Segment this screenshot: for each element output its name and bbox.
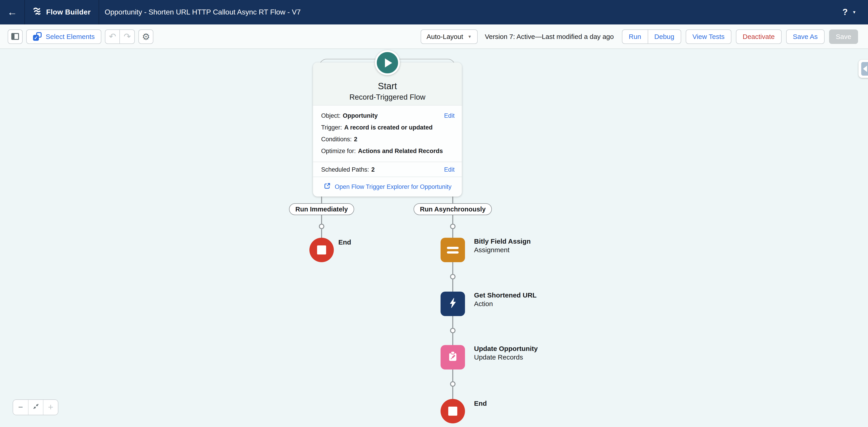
panel-toggle-icon — [11, 33, 19, 40]
view-tests-button[interactable]: View Tests — [685, 29, 731, 44]
zoom-in-button[interactable]: + — [43, 400, 58, 415]
edit-scheduled-paths-link[interactable]: Edit — [444, 166, 455, 173]
connector-line — [321, 229, 322, 238]
flow-title: Opportunity - Shorten URL HTTP Callout A… — [99, 8, 301, 16]
connector-line — [452, 197, 453, 203]
select-elements-label: Select Elements — [46, 33, 95, 40]
branch-label-run-asynchronously[interactable]: Run Asynchronously — [414, 203, 492, 215]
run-debug-group: Run Debug — [622, 29, 681, 44]
undo-redo-group: ↶ ↷ — [105, 29, 135, 44]
zoom-controls: − — [13, 399, 58, 415]
layout-mode-dropdown[interactable]: Auto-Layout ▼ — [421, 29, 478, 44]
chevron-down-icon: ▼ — [468, 34, 472, 39]
node-label-assignment: Bitly Field Assign Assignment — [474, 237, 531, 254]
redo-button[interactable]: ↷ — [120, 29, 135, 44]
connector-line — [321, 215, 322, 224]
add-element-dot[interactable] — [450, 328, 456, 333]
end-node-immediate[interactable] — [309, 238, 334, 262]
flow-builder-icon — [32, 6, 42, 18]
help-icon[interactable]: ? — [842, 7, 848, 17]
edit-trigger-link[interactable]: Edit — [444, 110, 455, 122]
node-label-end-async: End — [474, 399, 487, 407]
flow-trigger-explorer-link[interactable]: Open Flow Trigger Explorer for Opportuni… — [313, 177, 462, 196]
assignment-icon — [447, 247, 459, 253]
lightning-icon — [447, 297, 459, 311]
multi-select-icon: ✓ — [33, 32, 41, 41]
optimize-row: Optimize for:Actions and Related Records — [321, 145, 455, 157]
app-header: ← Flow Builder Opportunity - Shorten URL… — [0, 0, 868, 24]
start-title: Start — [313, 81, 462, 91]
save-as-button[interactable]: Save As — [786, 29, 825, 44]
object-row: Object:Opportunity — [321, 110, 455, 122]
right-panel-toggle[interactable] — [859, 60, 868, 78]
add-element-dot[interactable] — [450, 381, 456, 387]
app-name: Flow Builder — [46, 8, 91, 16]
scheduled-paths-row: Scheduled Paths: 2 Edit — [313, 162, 462, 177]
end-icon — [448, 407, 457, 416]
update-records-node[interactable] — [440, 345, 465, 369]
node-label-action: Get Shortened URL Action — [474, 291, 537, 308]
connector-line — [452, 229, 453, 238]
back-button[interactable]: ← — [0, 0, 24, 24]
start-node[interactable] — [375, 50, 400, 75]
deactivate-button[interactable]: Deactivate — [736, 29, 782, 44]
external-link-icon — [324, 182, 331, 191]
flow-builder-brand: Flow Builder — [25, 0, 99, 24]
compress-icon — [32, 402, 39, 412]
undo-button[interactable]: ↶ — [105, 29, 120, 44]
add-element-dot[interactable] — [450, 224, 456, 229]
node-label-end-immediate: End — [338, 238, 351, 246]
connector-line — [452, 333, 453, 345]
add-element-dot[interactable] — [450, 274, 456, 279]
save-button[interactable]: Save — [829, 29, 858, 44]
connector-line — [452, 279, 453, 292]
version-status: Version 7: Active—Last modified a day ag… — [485, 33, 614, 40]
connector-line — [321, 197, 322, 203]
branch-label-run-immediately[interactable]: Run Immediately — [289, 203, 354, 215]
add-element-dot[interactable] — [319, 224, 324, 229]
assignment-node[interactable] — [440, 238, 465, 262]
debug-button[interactable]: Debug — [648, 29, 681, 44]
action-node[interactable] — [440, 292, 465, 316]
undo-icon: ↶ — [109, 32, 116, 41]
run-button[interactable]: Run — [622, 29, 648, 44]
start-subtitle: Record-Triggered Flow — [313, 91, 462, 102]
connector-line — [452, 316, 453, 328]
start-card-details: Object:Opportunity Trigger:A record is c… — [313, 105, 462, 162]
minus-icon: − — [18, 403, 23, 412]
connector-line — [452, 369, 453, 381]
conditions-row: Conditions:2 — [321, 134, 455, 145]
play-icon — [385, 58, 392, 67]
back-arrow-icon: ← — [7, 7, 17, 17]
toggle-panel-button[interactable] — [8, 29, 23, 44]
help-caret-icon[interactable]: ▼ — [852, 10, 856, 15]
layout-mode-value: Auto-Layout — [427, 33, 463, 40]
select-elements-button[interactable]: ✓ Select Elements — [26, 29, 101, 44]
gear-icon: ⚙ — [142, 32, 150, 41]
plus-icon: + — [48, 402, 53, 412]
connector-line — [452, 387, 453, 399]
end-node-async[interactable] — [440, 399, 465, 423]
connector-line — [452, 215, 453, 224]
node-label-update-records: Update Opportunity Update Records — [474, 345, 538, 361]
end-icon — [317, 246, 326, 254]
trigger-row: Trigger:A record is created or updated — [321, 122, 455, 134]
zoom-fit-button[interactable] — [28, 400, 43, 415]
redo-icon: ↷ — [124, 32, 131, 41]
settings-button[interactable]: ⚙ — [138, 29, 154, 44]
connector-line — [452, 262, 453, 274]
record-update-icon — [446, 349, 460, 365]
chevron-left-icon — [863, 66, 867, 72]
canvas-toolbar: ✓ Select Elements ↶ ↷ ⚙ Auto-Layout ▼ — [0, 24, 868, 49]
start-element-card[interactable]: Start Record-Triggered Flow Object:Oppor… — [313, 62, 462, 197]
zoom-out-button[interactable]: − — [13, 400, 28, 415]
flow-canvas[interactable]: Start Record-Triggered Flow Object:Oppor… — [0, 49, 868, 427]
